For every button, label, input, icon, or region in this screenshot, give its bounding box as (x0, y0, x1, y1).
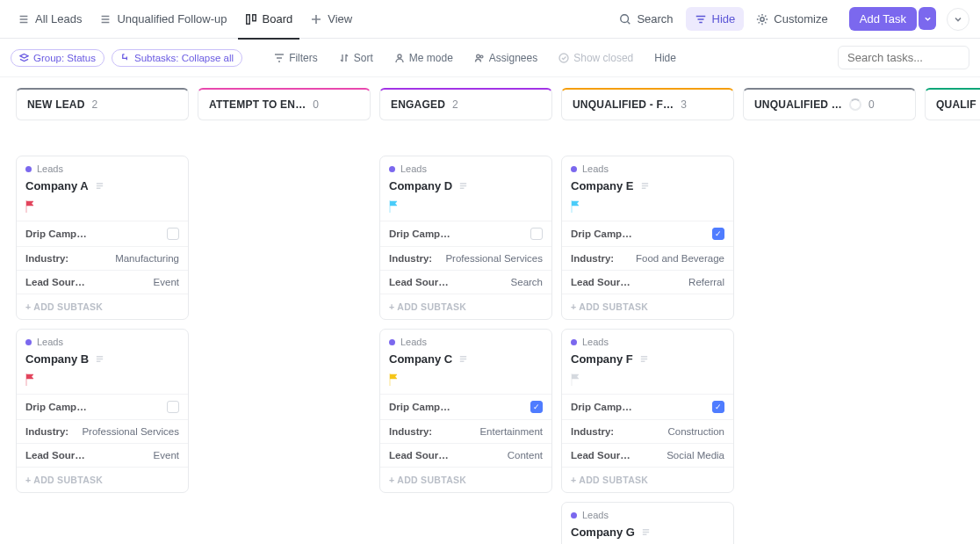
status-dot (571, 512, 577, 519)
search-label: Search (637, 12, 673, 25)
search-icon (619, 13, 631, 25)
list-icon (99, 13, 112, 25)
hide-button[interactable]: Hide (686, 7, 745, 31)
list-icon (18, 13, 30, 25)
industry-label: Industry: (25, 253, 68, 264)
chevron-down-icon (954, 15, 962, 24)
column-title: UNQUALIFIED - F… (573, 98, 674, 111)
subtasks-pill[interactable]: Subtasks: Collapse all (112, 49, 242, 67)
column-header[interactable]: NEW LEAD 2 (16, 88, 189, 120)
group-pill[interactable]: Group: Status (11, 49, 104, 67)
priority-flag-icon[interactable] (25, 374, 36, 386)
nav-view-label: View (328, 12, 352, 25)
industry-value: Manufacturing (115, 253, 179, 264)
checkbox[interactable]: ✓ (712, 228, 724, 240)
toolbar-hide-label: Hide (654, 52, 676, 64)
svg-point-4 (398, 54, 401, 58)
board-icon (245, 13, 257, 25)
nav-all-leads[interactable]: All Leads (11, 7, 89, 31)
column-header[interactable]: ATTEMPT TO EN… 0 (198, 88, 371, 120)
status-dot (389, 166, 395, 172)
priority-flag-icon[interactable] (571, 200, 581, 213)
add-subtask-button[interactable]: + ADD SUBTASK (17, 467, 188, 492)
users-icon (474, 53, 485, 63)
sort-button[interactable]: Sort (332, 48, 380, 68)
source-label: Lead Source: (389, 450, 452, 461)
gear-icon (756, 13, 768, 25)
group-label: Group: Status (33, 53, 96, 63)
more-menu-button[interactable] (947, 8, 969, 31)
source-label: Lead Source: (389, 277, 452, 287)
description-icon (95, 181, 104, 191)
stack-icon (19, 53, 29, 62)
task-card[interactable]: Leads Company G (561, 502, 734, 544)
card-title: Company C (389, 352, 452, 366)
add-subtask-button[interactable]: + ADD SUBTASK (380, 294, 551, 319)
industry-label: Industry: (571, 253, 614, 264)
nav-unqualified[interactable]: Unqualified Follow-up (92, 7, 234, 31)
toolbar-hide-button[interactable]: Hide (647, 48, 683, 68)
search-input[interactable] (838, 46, 969, 69)
search-button[interactable]: Search (610, 7, 681, 31)
checkbox[interactable] (167, 401, 179, 413)
checkbox[interactable] (530, 228, 543, 240)
description-icon (458, 354, 468, 364)
industry-label: Industry: (389, 426, 432, 437)
card-title: Company E (571, 179, 634, 192)
task-card[interactable]: Leads Company B Drip Camp… Industry:Prof… (16, 329, 189, 493)
assignees-button[interactable]: Assignees (467, 48, 544, 68)
plus-icon (310, 13, 322, 25)
column-count: 3 (681, 98, 687, 111)
priority-flag-icon[interactable] (571, 374, 581, 386)
description-icon (640, 181, 650, 191)
checkbox[interactable] (167, 228, 179, 240)
column-title: NEW LEAD (27, 98, 85, 111)
nav-board[interactable]: Board (238, 7, 300, 31)
filters-label: Filters (289, 52, 318, 64)
source-value: Event (154, 450, 179, 461)
column-header[interactable]: ENGAGED 2 (379, 88, 552, 120)
checkbox[interactable]: ✓ (712, 401, 724, 413)
task-card[interactable]: Leads Company D Drip Camp… Industry:Prof… (379, 156, 552, 320)
source-value: Referral (688, 277, 724, 287)
priority-flag-icon[interactable] (25, 200, 36, 213)
add-subtask-button[interactable]: + ADD SUBTASK (562, 467, 733, 492)
task-card[interactable]: Leads Company C Drip Camp…✓ Industry:Ent… (379, 329, 552, 493)
filters-button[interactable]: Filters (267, 48, 325, 68)
priority-flag-icon[interactable] (389, 374, 400, 386)
leads-label: Leads (582, 163, 609, 174)
me-mode-button[interactable]: Me mode (387, 48, 460, 68)
add-task-button[interactable]: Add Task (849, 7, 917, 31)
column-header[interactable]: UNQUALIFIED … 0 (743, 88, 916, 120)
task-card[interactable]: Leads Company F Drip Camp…✓ Industry:Con… (561, 329, 734, 493)
nav-board-label: Board (263, 12, 293, 25)
add-subtask-button[interactable]: + ADD SUBTASK (380, 467, 551, 492)
priority-flag-icon[interactable] (389, 200, 400, 213)
show-closed-label: Show closed (573, 52, 633, 64)
checkbox[interactable]: ✓ (530, 401, 543, 413)
source-label: Lead Source: (571, 450, 634, 461)
add-subtask-button[interactable]: + ADD SUBTASK (17, 294, 188, 319)
assignees-label: Assignees (489, 52, 537, 64)
status-dot (25, 166, 32, 172)
add-task-dropdown[interactable] (919, 7, 936, 30)
source-value: Search (511, 277, 543, 287)
industry-value: Entertainment (479, 426, 543, 437)
card-title: Company A (25, 179, 89, 192)
industry-value: Food and Beverage (636, 253, 724, 264)
svg-rect-0 (246, 14, 249, 24)
source-label: Lead Source: (25, 450, 89, 461)
nav-unqualified-label: Unqualified Follow-up (117, 12, 227, 25)
source-label: Lead Source: (25, 277, 89, 287)
drip-label: Drip Camp… (25, 402, 87, 412)
nav-add-view[interactable]: View (303, 7, 359, 31)
column-header[interactable]: UNQUALIFIED - F… 3 (561, 88, 734, 120)
task-card[interactable]: Leads Company E Drip Camp…✓ Industry:Foo… (561, 156, 734, 320)
card-title: Company G (571, 526, 635, 539)
column-header[interactable]: QUALIF (925, 88, 980, 120)
add-subtask-button[interactable]: + ADD SUBTASK (562, 294, 733, 319)
customize-button[interactable]: Customize (747, 7, 836, 31)
task-card[interactable]: Leads Company A Drip Camp… Industry:Manu… (16, 156, 189, 320)
show-closed-button[interactable]: Show closed (551, 48, 640, 68)
column-title: ENGAGED (391, 98, 445, 111)
